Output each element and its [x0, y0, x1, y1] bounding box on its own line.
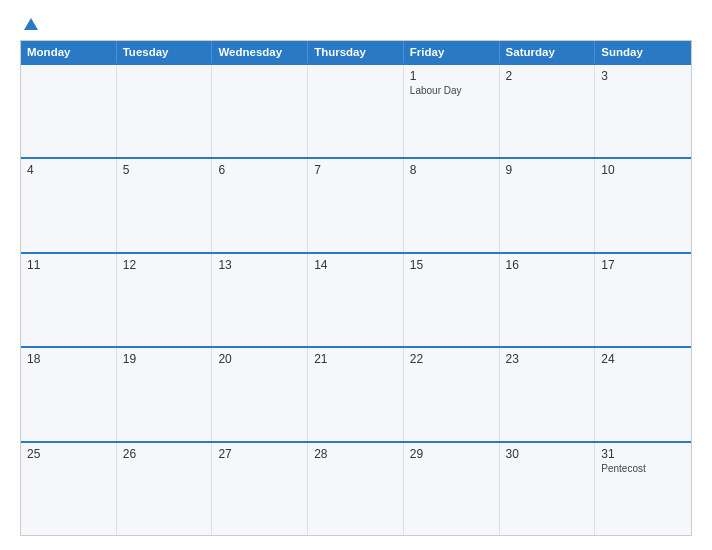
calendar-header-row: MondayTuesdayWednesdayThursdayFridaySatu… — [21, 41, 691, 63]
calendar: MondayTuesdayWednesdayThursdayFridaySatu… — [20, 40, 692, 536]
cal-week: 25262728293031Pentecost — [21, 441, 691, 535]
day-number: 1 — [410, 69, 493, 83]
day-number: 24 — [601, 352, 685, 366]
header — [20, 18, 692, 30]
day-number: 31 — [601, 447, 685, 461]
day-number: 7 — [314, 163, 397, 177]
cal-header-cell: Tuesday — [117, 41, 213, 63]
day-number: 2 — [506, 69, 589, 83]
cal-week: 45678910 — [21, 157, 691, 251]
cal-cell: 13 — [212, 254, 308, 346]
day-number: 11 — [27, 258, 110, 272]
cal-week: 11121314151617 — [21, 252, 691, 346]
cal-cell: 20 — [212, 348, 308, 440]
day-number: 16 — [506, 258, 589, 272]
cal-header-cell: Monday — [21, 41, 117, 63]
day-number: 4 — [27, 163, 110, 177]
cal-cell: 2 — [500, 65, 596, 157]
day-number: 8 — [410, 163, 493, 177]
cal-week: 18192021222324 — [21, 346, 691, 440]
cal-cell: 1Labour Day — [404, 65, 500, 157]
day-number: 30 — [506, 447, 589, 461]
cal-cell: 12 — [117, 254, 213, 346]
cal-header-cell: Wednesday — [212, 41, 308, 63]
cal-cell — [117, 65, 213, 157]
day-number: 15 — [410, 258, 493, 272]
cal-header-cell: Thursday — [308, 41, 404, 63]
cal-cell: 18 — [21, 348, 117, 440]
day-number: 19 — [123, 352, 206, 366]
cal-cell: 15 — [404, 254, 500, 346]
day-event: Labour Day — [410, 85, 493, 96]
day-number: 21 — [314, 352, 397, 366]
day-number: 17 — [601, 258, 685, 272]
logo — [20, 18, 38, 30]
day-number: 12 — [123, 258, 206, 272]
cal-cell: 25 — [21, 443, 117, 535]
day-number: 28 — [314, 447, 397, 461]
cal-cell: 6 — [212, 159, 308, 251]
cal-cell: 26 — [117, 443, 213, 535]
cal-cell: 23 — [500, 348, 596, 440]
cal-cell: 16 — [500, 254, 596, 346]
day-number: 6 — [218, 163, 301, 177]
cal-header-cell: Friday — [404, 41, 500, 63]
cal-cell: 29 — [404, 443, 500, 535]
cal-cell: 3 — [595, 65, 691, 157]
cal-cell — [21, 65, 117, 157]
cal-cell: 8 — [404, 159, 500, 251]
day-number: 18 — [27, 352, 110, 366]
cal-header-cell: Saturday — [500, 41, 596, 63]
cal-cell: 31Pentecost — [595, 443, 691, 535]
day-number: 29 — [410, 447, 493, 461]
cal-cell: 30 — [500, 443, 596, 535]
page: MondayTuesdayWednesdayThursdayFridaySatu… — [0, 0, 712, 550]
day-number: 9 — [506, 163, 589, 177]
cal-cell: 17 — [595, 254, 691, 346]
cal-cell: 27 — [212, 443, 308, 535]
cal-cell: 7 — [308, 159, 404, 251]
day-number: 22 — [410, 352, 493, 366]
calendar-body: 1Labour Day23456789101112131415161718192… — [21, 63, 691, 535]
cal-cell: 22 — [404, 348, 500, 440]
cal-cell — [212, 65, 308, 157]
day-number: 13 — [218, 258, 301, 272]
day-number: 25 — [27, 447, 110, 461]
day-number: 26 — [123, 447, 206, 461]
cal-cell: 14 — [308, 254, 404, 346]
cal-cell — [308, 65, 404, 157]
day-number: 27 — [218, 447, 301, 461]
cal-cell: 19 — [117, 348, 213, 440]
day-number: 5 — [123, 163, 206, 177]
cal-cell: 4 — [21, 159, 117, 251]
cal-cell: 9 — [500, 159, 596, 251]
cal-week: 1Labour Day23 — [21, 63, 691, 157]
cal-cell: 21 — [308, 348, 404, 440]
day-number: 3 — [601, 69, 685, 83]
cal-cell: 10 — [595, 159, 691, 251]
day-event: Pentecost — [601, 463, 685, 474]
cal-cell: 28 — [308, 443, 404, 535]
cal-cell: 5 — [117, 159, 213, 251]
logo-triangle-icon — [24, 18, 38, 30]
day-number: 10 — [601, 163, 685, 177]
day-number: 23 — [506, 352, 589, 366]
day-number: 14 — [314, 258, 397, 272]
cal-cell: 24 — [595, 348, 691, 440]
cal-header-cell: Sunday — [595, 41, 691, 63]
day-number: 20 — [218, 352, 301, 366]
cal-cell: 11 — [21, 254, 117, 346]
